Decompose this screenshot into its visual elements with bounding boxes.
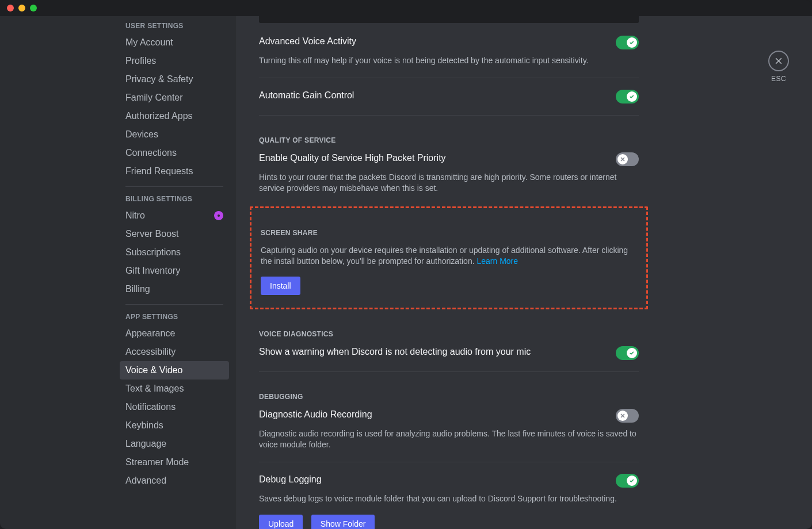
section-heading-voice-diag: Voice Diagnostics bbox=[259, 330, 639, 338]
sidebar-item-label: Text & Images bbox=[125, 384, 184, 394]
show-folder-button[interactable]: Show Folder bbox=[311, 515, 375, 529]
toggle-diagnostic-audio-recording[interactable] bbox=[616, 409, 639, 423]
sidebar-item-keybinds[interactable]: Keybinds bbox=[120, 416, 229, 435]
divider bbox=[259, 115, 639, 116]
sidebar-item-privacy-safety[interactable]: Privacy & Safety bbox=[120, 70, 229, 89]
sidebar-item-label: Profiles bbox=[125, 56, 156, 66]
install-button[interactable]: Install bbox=[261, 277, 300, 295]
setting-title-voice-diag: Show a warning when Discord is not detec… bbox=[259, 346, 531, 358]
sidebar-item-my-account[interactable]: My Account bbox=[120, 33, 229, 52]
sidebar-item-advanced[interactable]: Advanced bbox=[120, 471, 229, 490]
settings-content-area: Advanced Voice Activity Turning this off… bbox=[236, 16, 812, 529]
sidebar-item-accessibility[interactable]: Accessibility bbox=[120, 343, 229, 361]
sidebar-item-connections[interactable]: Connections bbox=[120, 144, 229, 162]
setting-title-agc: Automatic Gain Control bbox=[259, 90, 354, 102]
settings-sidebar: User SettingsMy AccountProfilesPrivacy &… bbox=[0, 16, 236, 529]
sidebar-divider bbox=[125, 304, 223, 305]
sidebar-item-family-center[interactable]: Family Center bbox=[120, 89, 229, 107]
sidebar-item-label: Notifications bbox=[125, 402, 176, 412]
setting-desc-diag-recording: Diagnostic audio recording is used for a… bbox=[259, 428, 639, 450]
sidebar-item-label: Devices bbox=[125, 129, 158, 140]
sidebar-item-label: Accessibility bbox=[125, 347, 176, 357]
sidebar-item-language[interactable]: Language bbox=[120, 435, 229, 453]
sidebar-item-label: Authorized Apps bbox=[125, 111, 193, 121]
sidebar-item-nitro[interactable]: Nitro bbox=[120, 206, 229, 225]
sidebar-item-authorized-apps[interactable]: Authorized Apps bbox=[120, 107, 229, 125]
sidebar-item-label: Privacy & Safety bbox=[125, 74, 193, 85]
setting-title-debug-logging: Debug Logging bbox=[259, 474, 322, 486]
sidebar-section-header: App Settings bbox=[120, 313, 229, 324]
window-close-icon[interactable] bbox=[7, 5, 14, 12]
setting-desc-debug-logging: Saves debug logs to voice module folder … bbox=[259, 493, 639, 504]
screen-share-desc: Capturing audio on your device requires … bbox=[261, 245, 637, 267]
window-maximize-icon[interactable] bbox=[30, 5, 37, 12]
toggle-qos[interactable] bbox=[616, 152, 639, 166]
toggle-voice-diagnostics-warning[interactable] bbox=[616, 346, 639, 360]
sidebar-item-label: Advanced bbox=[125, 476, 166, 486]
screen-share-highlight: Screen Share Capturing audio on your dev… bbox=[250, 206, 648, 310]
learn-more-link[interactable]: Learn More bbox=[476, 256, 518, 266]
section-heading-screen-share: Screen Share bbox=[261, 229, 637, 237]
setting-desc-qos: Hints to your router that the packets Di… bbox=[259, 172, 639, 194]
sidebar-item-devices[interactable]: Devices bbox=[120, 125, 229, 144]
input-frame-bottom bbox=[259, 16, 639, 23]
sidebar-item-label: Keybinds bbox=[125, 420, 163, 431]
sidebar-item-label: Family Center bbox=[125, 93, 183, 103]
sidebar-item-label: My Account bbox=[125, 37, 173, 48]
toggle-debug-logging[interactable] bbox=[616, 474, 639, 488]
sidebar-item-label: Gift Inventory bbox=[125, 266, 180, 276]
sidebar-item-text-images[interactable]: Text & Images bbox=[120, 379, 229, 398]
sidebar-item-profiles[interactable]: Profiles bbox=[120, 52, 229, 70]
sidebar-item-label: Streamer Mode bbox=[125, 457, 189, 467]
sidebar-item-billing[interactable]: Billing bbox=[120, 280, 229, 298]
section-heading-qos: Quality of Service bbox=[259, 136, 639, 144]
sidebar-section-header: Billing Settings bbox=[120, 195, 229, 206]
sidebar-item-label: Language bbox=[125, 439, 166, 449]
sidebar-item-gift-inventory[interactable]: Gift Inventory bbox=[120, 262, 229, 280]
setting-title-qos: Enable Quality of Service High Packet Pr… bbox=[259, 152, 446, 164]
toggle-automatic-gain-control[interactable] bbox=[616, 90, 639, 103]
titlebar bbox=[0, 0, 812, 16]
sidebar-item-streamer-mode[interactable]: Streamer Mode bbox=[120, 453, 229, 471]
esc-label: ESC bbox=[771, 75, 786, 83]
divider bbox=[259, 78, 639, 78]
close-icon bbox=[768, 51, 789, 71]
sidebar-item-label: Nitro bbox=[125, 210, 145, 221]
sidebar-item-label: Friend Requests bbox=[125, 166, 193, 177]
screen-share-desc-text: Capturing audio on your device requires … bbox=[261, 246, 628, 266]
sidebar-item-label: Subscriptions bbox=[125, 247, 181, 258]
nitro-badge-icon bbox=[214, 211, 223, 220]
sidebar-item-appearance[interactable]: Appearance bbox=[120, 324, 229, 343]
close-settings-button[interactable]: ESC bbox=[768, 51, 789, 83]
sidebar-item-notifications[interactable]: Notifications bbox=[120, 398, 229, 416]
sidebar-item-label: Voice & Video bbox=[125, 365, 182, 375]
sidebar-item-server-boost[interactable]: Server Boost bbox=[120, 225, 229, 243]
sidebar-section-header: User Settings bbox=[120, 22, 229, 33]
upload-button[interactable]: Upload bbox=[259, 515, 303, 529]
sidebar-item-label: Appearance bbox=[125, 328, 175, 339]
divider bbox=[259, 462, 639, 462]
sidebar-item-label: Billing bbox=[125, 284, 150, 294]
sidebar-item-voice-video[interactable]: Voice & Video bbox=[120, 361, 229, 379]
toggle-advanced-voice-activity[interactable] bbox=[616, 36, 639, 49]
setting-title-ava: Advanced Voice Activity bbox=[259, 36, 356, 48]
svg-point-0 bbox=[218, 214, 220, 217]
divider bbox=[259, 371, 639, 372]
sidebar-divider bbox=[125, 186, 223, 187]
setting-desc-ava: Turning this off may help if your voice … bbox=[259, 55, 639, 66]
window-minimize-icon[interactable] bbox=[18, 5, 25, 12]
sidebar-item-friend-requests[interactable]: Friend Requests bbox=[120, 162, 229, 181]
sidebar-item-label: Connections bbox=[125, 148, 177, 158]
sidebar-item-label: Server Boost bbox=[125, 229, 178, 239]
section-heading-debugging: Debugging bbox=[259, 393, 639, 401]
sidebar-item-subscriptions[interactable]: Subscriptions bbox=[120, 243, 229, 262]
setting-title-diag-recording: Diagnostic Audio Recording bbox=[259, 409, 372, 421]
